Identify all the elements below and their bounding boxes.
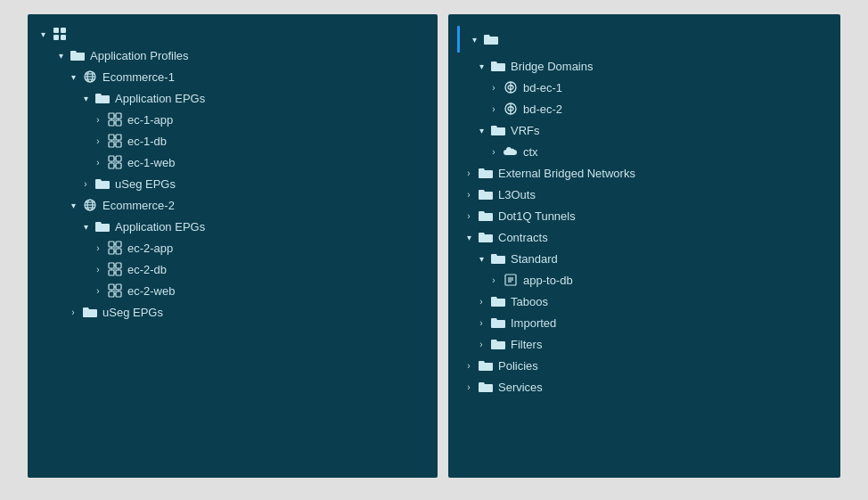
svg-rect-11 — [109, 120, 114, 126]
tree-item-2[interactable]: bd-ec-2 — [455, 98, 833, 119]
epg-icon-5 — [107, 154, 123, 170]
svg-rect-44 — [116, 249, 121, 254]
svg-rect-62 — [116, 291, 121, 297]
arrow-icon-3 — [92, 115, 104, 125]
arrow-icon-8 — [463, 233, 475, 242]
tree-item-5[interactable]: ec-1-web — [35, 152, 430, 173]
folder-icon-0 — [70, 47, 86, 63]
tree-item-1[interactable]: Ecommerce-1 — [35, 66, 430, 87]
folder-icon-15 — [478, 379, 494, 395]
tree-item-14[interactable]: Policies — [455, 355, 833, 376]
left-tree: Application Profiles Ecommerce-1 Applica… — [35, 45, 430, 323]
root-networking[interactable] — [455, 23, 833, 55]
svg-rect-3 — [61, 35, 66, 40]
svg-rect-60 — [116, 284, 121, 290]
epg-icon-9 — [107, 240, 123, 256]
tree-item-13[interactable]: Filters — [455, 333, 833, 355]
arrow-icon-4 — [92, 136, 104, 146]
arrow-icon-11 — [92, 286, 104, 296]
arrow-icon-2 — [487, 104, 500, 114]
bd-icon-1 — [503, 79, 519, 95]
svg-rect-27 — [109, 156, 114, 161]
arrow-icon-6 — [463, 190, 475, 200]
tree-item-5[interactable]: External Bridged Networks — [455, 162, 833, 184]
tree-item-1[interactable]: bd-ec-1 — [455, 77, 833, 98]
tree-item-4[interactable]: ctx — [455, 141, 833, 162]
svg-rect-59 — [109, 284, 114, 290]
arrow-production — [37, 29, 49, 39]
label-7: Dot1Q Tunnels — [498, 209, 576, 223]
label-4: ec-1-db — [127, 135, 167, 148]
arrow-icon-14 — [463, 361, 475, 371]
tree-item-7[interactable]: Dot1Q Tunnels — [455, 205, 833, 226]
svg-rect-51 — [116, 263, 121, 268]
label-2: bd-ec-2 — [523, 102, 562, 116]
networking-divider — [457, 26, 460, 53]
arrow-icon-1 — [487, 83, 500, 93]
label-3: ec-1-app — [127, 113, 173, 127]
arrow-icon-12 — [67, 307, 79, 317]
label-5: ec-1-web — [127, 156, 175, 169]
arrow-icon-8 — [79, 222, 92, 232]
svg-rect-18 — [109, 135, 114, 140]
svg-rect-42 — [116, 242, 121, 247]
folder-icon-8 — [94, 218, 111, 234]
globe-icon-7 — [82, 197, 98, 213]
arrow-networking — [468, 35, 480, 45]
label-3: VRFs — [511, 124, 540, 137]
cloud-icon-4 — [503, 143, 519, 160]
tree-item-8[interactable]: Application EPGs — [35, 216, 430, 237]
tree-item-0[interactable]: Bridge Domains — [455, 55, 833, 77]
tree-item-8[interactable]: Contracts — [455, 226, 833, 248]
folder-icon-11 — [490, 293, 506, 309]
tree-item-11[interactable]: ec-2-web — [35, 280, 430, 301]
tree-item-6[interactable]: uSeg EPGs — [35, 173, 430, 194]
epg-icon-4 — [107, 133, 123, 149]
tree-item-3[interactable]: VRFs — [455, 119, 833, 141]
tree-item-10[interactable]: app-to-db — [455, 269, 833, 291]
label-14: Policies — [498, 359, 538, 373]
svg-rect-52 — [109, 270, 114, 275]
arrow-icon-0 — [54, 51, 67, 61]
bd-icon-2 — [503, 101, 519, 117]
tree-item-4[interactable]: ec-1-db — [35, 130, 430, 152]
grid-icon — [52, 26, 68, 42]
main-container: Application Profiles Ecommerce-1 Applica… — [0, 0, 868, 500]
epg-icon-3 — [107, 111, 123, 127]
svg-rect-50 — [109, 263, 114, 268]
svg-rect-1 — [61, 28, 66, 33]
folder-icon-14 — [478, 357, 494, 373]
label-11: Taboos — [511, 295, 548, 308]
contract-icon-10 — [503, 272, 519, 288]
epg-icon-11 — [107, 283, 123, 299]
tree-item-11[interactable]: Taboos — [455, 291, 833, 312]
folder-icon-9 — [490, 250, 506, 266]
tree-item-2[interactable]: Application EPGs — [35, 87, 430, 109]
tree-item-6[interactable]: L3Outs — [455, 184, 833, 205]
folder-icon-5 — [478, 165, 494, 181]
arrow-icon-4 — [487, 147, 500, 157]
tree-item-12[interactable]: uSeg EPGs — [35, 301, 430, 323]
arrow-icon-3 — [475, 126, 487, 135]
tree-item-15[interactable]: Services — [455, 376, 833, 398]
label-6: L3Outs — [498, 188, 536, 201]
tree-item-0[interactable]: Application Profiles — [35, 45, 430, 66]
svg-rect-61 — [109, 291, 114, 297]
tree-item-7[interactable]: Ecommerce-2 — [35, 194, 430, 216]
folder-icon-13 — [490, 336, 506, 352]
tree-item-3[interactable]: ec-1-app — [35, 109, 430, 130]
tree-item-12[interactable]: Imported — [455, 312, 833, 333]
folder-icon-12 — [490, 315, 506, 331]
tree-item-10[interactable]: ec-2-db — [35, 258, 430, 280]
arrow-icon-5 — [463, 168, 475, 178]
label-13: Filters — [511, 338, 542, 351]
globe-icon-1 — [82, 69, 98, 85]
tree-item-9[interactable]: ec-2-app — [35, 237, 430, 258]
tree-item-9[interactable]: Standard — [455, 248, 833, 269]
root-production[interactable] — [35, 23, 430, 45]
arrow-icon-1 — [67, 72, 79, 82]
label-12: uSeg EPGs — [102, 306, 163, 319]
svg-rect-21 — [116, 142, 121, 147]
svg-rect-12 — [116, 120, 121, 126]
svg-rect-43 — [109, 249, 114, 254]
